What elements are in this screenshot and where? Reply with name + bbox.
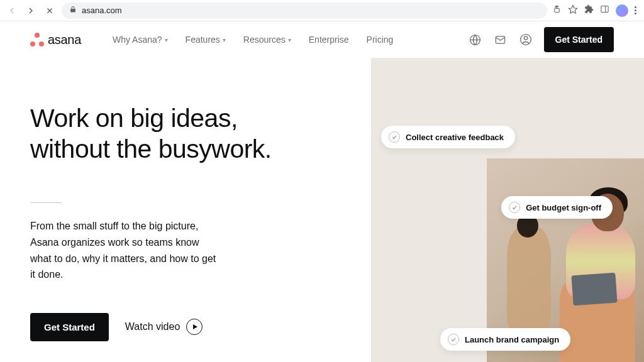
nav-why-asana[interactable]: Why Asana?▾ — [113, 35, 168, 45]
hero-right: Collect creative feedback Get budget sig… — [371, 58, 644, 362]
play-icon — [186, 319, 203, 335]
bookmark-star-icon[interactable] — [568, 4, 578, 17]
browser-url-text: asana.com — [82, 6, 122, 15]
browser-url-bar[interactable]: asana.com — [62, 3, 547, 19]
panel-icon[interactable] — [600, 4, 609, 16]
svg-point-10 — [524, 36, 527, 40]
watch-video-button[interactable]: Watch video — [125, 319, 203, 335]
task-label: Collect creative feedback — [406, 133, 504, 142]
site-header: asana Why Asana?▾ Features▾ Resources▾ E… — [0, 21, 644, 58]
svg-marker-3 — [569, 5, 577, 13]
header-get-started-button[interactable]: Get Started — [544, 27, 614, 52]
hero-get-started-button[interactable]: Get Started — [30, 313, 109, 341]
asana-logo[interactable]: asana — [30, 33, 81, 47]
chevron-down-icon: ▾ — [288, 36, 291, 43]
asana-logo-icon — [30, 33, 44, 47]
chevron-down-icon: ▾ — [165, 36, 168, 43]
task-pill: Launch brand campaign — [440, 328, 570, 351]
svg-rect-4 — [601, 6, 608, 13]
nav-features[interactable]: Features▾ — [186, 35, 226, 45]
browser-chrome-bar: asana.com — [0, 0, 644, 21]
nav-enterprise[interactable]: Enterprise — [309, 35, 349, 45]
check-icon — [509, 202, 520, 213]
browser-menu-icon[interactable] — [635, 6, 636, 14]
nav-pricing[interactable]: Pricing — [367, 35, 394, 45]
svg-rect-8 — [496, 36, 504, 43]
hero-headline-line2: without the busywork. — [30, 134, 272, 163]
background-figure — [507, 228, 551, 328]
hero-headline-line1: Work on big ideas, — [30, 104, 238, 133]
browser-forward-button[interactable] — [24, 4, 38, 18]
laptop-icon — [571, 273, 617, 306]
account-icon[interactable] — [519, 33, 533, 47]
share-icon[interactable] — [552, 4, 562, 16]
browser-back-button[interactable] — [5, 4, 19, 18]
task-pill: Collect creative feedback — [381, 126, 515, 148]
hero-left: Work on big ideas, without the busywork.… — [0, 58, 371, 362]
extensions-icon[interactable] — [584, 4, 594, 16]
chevron-down-icon: ▾ — [223, 36, 226, 43]
task-pill: Get budget sign-off — [501, 196, 613, 219]
lock-icon — [69, 6, 77, 15]
task-label: Get budget sign-off — [526, 203, 601, 212]
hero-subtext: From the small stuff to the big picture,… — [30, 218, 219, 282]
check-icon — [389, 131, 400, 143]
profile-avatar[interactable] — [616, 4, 628, 17]
contact-mail-icon[interactable] — [494, 33, 508, 47]
hero-headline: Work on big ideas, without the busywork. — [30, 103, 346, 165]
nav-resources[interactable]: Resources▾ — [243, 35, 291, 45]
main-nav: Why Asana?▾ Features▾ Resources▾ Enterpr… — [113, 35, 393, 45]
hero-divider — [30, 202, 62, 203]
hero-cta-row: Get Started Watch video — [30, 313, 346, 341]
page-main: Work on big ideas, without the busywork.… — [0, 58, 644, 362]
watch-video-label: Watch video — [125, 321, 180, 332]
language-icon[interactable] — [469, 33, 482, 47]
browser-stop-button[interactable] — [43, 4, 57, 18]
asana-logo-text: asana — [48, 33, 81, 47]
task-label: Launch brand campaign — [465, 335, 559, 344]
check-icon — [448, 334, 459, 345]
